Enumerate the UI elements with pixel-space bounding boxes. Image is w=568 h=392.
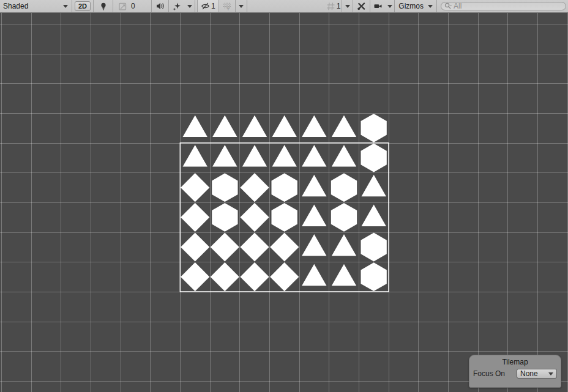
chevron-down-icon [63,5,68,8]
eye-slash-icon [201,2,210,10]
tile-hexagon [272,203,297,232]
scene-camera-dropdown[interactable] [385,0,394,12]
scene-search-field[interactable] [441,2,566,10]
tile-diamond [240,262,269,291]
tile-triangle [332,234,356,256]
2d-mode-label: 2D [78,2,87,10]
grid-axis-dropdown[interactable] [236,0,247,12]
tile-triangle [302,115,326,137]
grid-opacity-dropdown[interactable] [342,0,353,12]
tile-diamond [181,173,209,202]
tile-hexagon [361,144,387,172]
grid-opacity-control: 1 [324,0,342,12]
tile-triangle [362,175,386,197]
magnifier-icon [444,2,452,10]
tilemap-canvas [0,13,568,392]
effects-sparkle-icon [172,2,182,11]
tile-diamond [181,232,209,261]
grid-hash-icon [326,2,335,11]
tile-diamond [270,232,299,261]
crossed-tools-icon [357,2,366,10]
tile-diamond [240,232,269,261]
tile-triangle [272,115,297,137]
exposure-control-disabled: 0 [113,0,151,12]
focus-on-label: Focus On [473,369,517,378]
hidden-count-value: 1 [210,2,215,10]
chevron-down-icon [345,5,350,8]
chevron-down-icon [387,5,392,8]
tile-triangle [302,145,326,167]
2d-mode-button[interactable]: 2D [75,1,91,11]
gizmos-dropdown[interactable]: Gizmos [395,0,436,12]
tile-triangle [362,204,386,226]
grid-axis-y-icon: Y [222,2,232,11]
tile-diamond [270,262,299,291]
grid-opacity-value: 1 [335,2,341,10]
audio-toggle-button[interactable] [152,0,168,12]
tile-hexagon [361,262,387,291]
tile-triangle [183,115,207,137]
tile-triangle [212,115,237,137]
tile-triangle [212,145,237,167]
tile-triangle [242,115,267,137]
gizmos-label: Gizmos [398,2,424,10]
exposure-icon [118,2,127,11]
effects-button[interactable] [169,0,184,12]
tile-hexagon [361,233,387,262]
tile-diamond [240,203,269,232]
tile-hexagon [212,203,237,232]
draw-mode-label: Shaded [3,2,28,10]
tilemap-panel-title: Tilemap [469,355,561,368]
tile-diamond [211,232,239,261]
tile-triangle [302,175,326,197]
svg-text:Y: Y [226,6,230,11]
tile-triangle [332,115,356,137]
focus-on-dropdown[interactable]: None [517,369,557,379]
tile-triangle [183,145,207,167]
chevron-down-icon [548,372,553,375]
tile-triangle [332,264,356,286]
component-tools-button[interactable] [353,0,370,12]
chevron-down-icon [428,5,433,8]
grid-axis-button[interactable]: Y [219,0,235,12]
scene-viewport[interactable] [0,13,568,392]
lightbulb-icon [99,2,108,11]
speaker-icon [155,2,165,10]
tile-diamond [240,173,269,202]
toolbar-separator [72,0,72,12]
tile-hexagon [331,173,357,202]
tile-triangle [302,264,326,286]
hidden-objects-button[interactable]: 1 [197,0,219,12]
scene-lighting-button[interactable] [94,0,113,12]
tile-triangle [272,145,297,167]
tile-hexagon [331,203,357,232]
tile-triangle [302,234,326,256]
tilemap-overlay-panel: Tilemap Focus On None [469,355,561,388]
scene-view-toolbar: Shaded 2D 0 [0,0,568,13]
tile-hexagon [361,114,387,142]
chevron-down-icon [239,5,244,8]
toolbar-spacer [247,0,324,12]
effects-dropdown[interactable] [184,0,195,12]
draw-mode-dropdown[interactable]: Shaded [0,0,72,12]
focus-on-value: None [520,369,548,378]
search-input[interactable] [454,2,562,10]
tile-triangle [302,204,326,226]
chevron-down-icon [187,5,192,8]
camera-icon [373,2,383,10]
tile-hexagon [272,173,297,202]
tile-diamond [181,262,209,291]
tile-diamond [181,203,209,232]
toolbar-separator [195,0,195,12]
tile-triangle [242,145,267,167]
focus-on-row: Focus On None [469,368,561,379]
tile-triangle [332,145,356,167]
toolbar-separator [436,0,437,12]
exposure-value: 0 [127,2,135,10]
tile-hexagon [212,173,237,202]
tile-diamond [211,262,239,291]
scene-camera-button[interactable] [370,0,385,12]
